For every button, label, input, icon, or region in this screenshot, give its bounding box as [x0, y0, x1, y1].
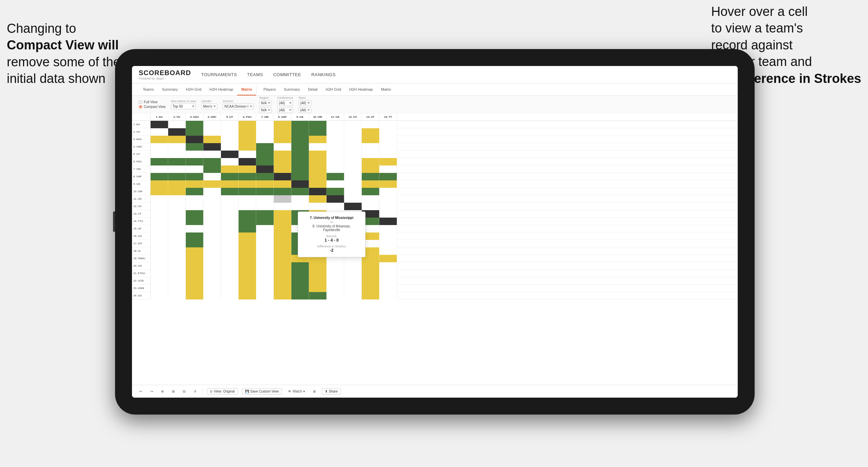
matrix-cell[interactable] [221, 247, 239, 255]
matrix-cell[interactable] [221, 173, 239, 180]
matrix-cell[interactable] [274, 240, 291, 247]
toolbar-btn4[interactable]: ↺ [192, 388, 198, 394]
matrix-cell[interactable] [168, 277, 186, 285]
matrix-cell[interactable] [203, 180, 221, 188]
full-view-radio[interactable] [139, 101, 142, 104]
matrix-cell[interactable] [256, 277, 274, 285]
matrix-cell[interactable] [203, 240, 221, 247]
matrix-cell[interactable] [256, 255, 274, 262]
matrix-cell[interactable] [168, 240, 186, 247]
matrix-cell[interactable] [221, 121, 239, 128]
matrix-cell[interactable] [151, 158, 168, 165]
matrix-cell[interactable] [309, 292, 327, 299]
matrix-cell[interactable] [291, 180, 309, 188]
matrix-cell[interactable] [203, 270, 221, 277]
matrix-cell[interactable] [274, 136, 291, 143]
matrix-cell[interactable] [291, 143, 309, 151]
matrix-cell[interactable] [362, 151, 379, 158]
matrix-cell[interactable] [203, 262, 221, 270]
conference-select-1[interactable]: (All) [277, 100, 293, 106]
matrix-cell[interactable] [239, 158, 256, 165]
share-button[interactable]: ⬆ Share [322, 388, 341, 395]
matrix-cell[interactable] [274, 232, 291, 240]
toolbar-btn3[interactable]: ⊟ [181, 388, 187, 394]
matrix-cell[interactable] [379, 292, 397, 299]
matrix-cell[interactable] [221, 225, 239, 232]
matrix-cell[interactable] [168, 173, 186, 180]
matrix-cell[interactable] [379, 210, 397, 218]
matrix-cell[interactable] [256, 173, 274, 180]
matrix-cell[interactable] [362, 188, 379, 195]
matrix-cell[interactable] [274, 158, 291, 165]
matrix-cell[interactable] [168, 195, 186, 203]
matrix-cell[interactable] [168, 128, 186, 136]
matrix-cell[interactable] [151, 165, 168, 173]
matrix-cell[interactable] [309, 285, 327, 292]
matrix-cell[interactable] [239, 292, 256, 299]
matrix-cell[interactable] [203, 195, 221, 203]
matrix-cell[interactable] [291, 151, 309, 158]
matrix-cell[interactable] [221, 285, 239, 292]
matrix-cell[interactable] [274, 218, 291, 225]
matrix-cell[interactable] [309, 262, 327, 270]
matrix-cell[interactable] [221, 262, 239, 270]
matrix-cell[interactable] [151, 210, 168, 218]
matrix-cell[interactable] [151, 225, 168, 232]
matrix-cell[interactable] [221, 232, 239, 240]
matrix-cell[interactable] [344, 151, 362, 158]
matrix-cell[interactable] [327, 121, 344, 128]
matrix-cell[interactable] [327, 262, 344, 270]
matrix-cell[interactable] [256, 262, 274, 270]
matrix-cell[interactable] [309, 136, 327, 143]
matrix-cell[interactable] [203, 188, 221, 195]
matrix-cell[interactable] [221, 210, 239, 218]
matrix-cell[interactable] [203, 121, 221, 128]
matrix-cell[interactable] [309, 173, 327, 180]
matrix-cell[interactable] [274, 188, 291, 195]
matrix-cell[interactable] [239, 218, 256, 225]
matrix-cell[interactable] [168, 292, 186, 299]
matrix-cell[interactable] [379, 143, 397, 151]
region-select-2[interactable]: N/A [259, 107, 272, 113]
matrix-cell[interactable] [344, 188, 362, 195]
tab-players-h2h-grid[interactable]: H2H Grid [321, 84, 345, 95]
matrix-cell[interactable] [221, 195, 239, 203]
matrix-cell[interactable] [379, 225, 397, 232]
matrix-cell[interactable] [151, 240, 168, 247]
matrix-cell[interactable] [274, 151, 291, 158]
matrix-cell[interactable] [274, 210, 291, 218]
matrix-cell[interactable] [274, 195, 291, 203]
matrix-cell[interactable] [274, 285, 291, 292]
matrix-cell[interactable] [168, 285, 186, 292]
matrix-cell[interactable] [379, 173, 397, 180]
matrix-cell[interactable] [344, 203, 362, 210]
matrix-cell[interactable] [309, 158, 327, 165]
matrix-cell[interactable] [168, 158, 186, 165]
matrix-cell[interactable] [239, 225, 256, 232]
matrix-cell[interactable] [309, 151, 327, 158]
matrix-cell[interactable] [221, 158, 239, 165]
matrix-cell[interactable] [256, 240, 274, 247]
matrix-cell[interactable] [168, 188, 186, 195]
matrix-cell[interactable] [256, 121, 274, 128]
matrix-cell[interactable] [203, 151, 221, 158]
matrix-cell[interactable] [239, 203, 256, 210]
matrix-cell[interactable] [151, 188, 168, 195]
matrix-cell[interactable] [362, 292, 379, 299]
redo-button[interactable]: ↪ [148, 388, 155, 394]
matrix-cell[interactable] [291, 277, 309, 285]
matrix-cell[interactable] [256, 158, 274, 165]
matrix-cell[interactable] [151, 121, 168, 128]
matrix-cell[interactable] [221, 136, 239, 143]
matrix-cell[interactable] [362, 121, 379, 128]
matrix-cell[interactable] [239, 240, 256, 247]
matrix-cell[interactable] [221, 255, 239, 262]
matrix-cell[interactable] [274, 225, 291, 232]
matrix-cell[interactable] [379, 262, 397, 270]
matrix-cell[interactable] [239, 121, 256, 128]
full-view-option[interactable]: Full View [139, 100, 165, 104]
matrix-cell[interactable] [151, 232, 168, 240]
matrix-cell[interactable] [274, 292, 291, 299]
matrix-cell[interactable] [327, 173, 344, 180]
matrix-cell[interactable] [344, 292, 362, 299]
